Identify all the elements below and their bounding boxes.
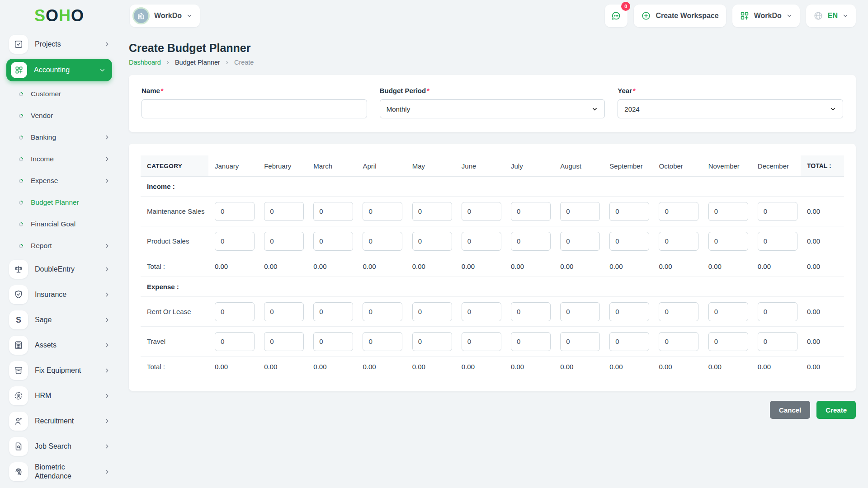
month-value-cell bbox=[702, 332, 751, 351]
rent-or-lease-may-input[interactable] bbox=[412, 302, 452, 321]
sidebar-item-projects[interactable]: Projects bbox=[0, 32, 118, 57]
sidebar-item-sage[interactable]: SSage bbox=[0, 307, 118, 333]
product-sales-july-input[interactable] bbox=[511, 232, 551, 251]
breadcrumb-dashboard[interactable]: Dashboard bbox=[129, 59, 161, 66]
sidebar-item-financial-goal[interactable]: Financial Goal bbox=[0, 213, 118, 235]
travel-may-input[interactable] bbox=[412, 332, 452, 351]
maintenance-sales-december-input[interactable] bbox=[758, 202, 797, 221]
maintenance-sales-may-input[interactable] bbox=[412, 202, 452, 221]
chevron-right-icon bbox=[104, 342, 110, 348]
workspace-switcher[interactable]: WorkDo bbox=[130, 5, 200, 27]
budget-period-select[interactable]: Monthly bbox=[380, 99, 605, 118]
maintenance-sales-february-input[interactable] bbox=[264, 202, 304, 221]
maintenance-sales-january-input[interactable] bbox=[215, 202, 255, 221]
create-workspace-button[interactable]: Create Workspace bbox=[634, 5, 726, 27]
globe-icon bbox=[813, 11, 823, 21]
sidebar-item-report[interactable]: Report bbox=[0, 235, 118, 257]
month-value-cell bbox=[455, 332, 505, 351]
product-sales-february-input[interactable] bbox=[264, 232, 304, 251]
breadcrumb-budget-planner[interactable]: Budget Planner bbox=[175, 59, 220, 66]
month-value-cell bbox=[258, 202, 307, 221]
sidebar-item-doubleentry[interactable]: DoubleEntry bbox=[0, 257, 118, 282]
travel-november-input[interactable] bbox=[708, 332, 748, 351]
travel-february-input[interactable] bbox=[264, 332, 304, 351]
maintenance-sales-september-input[interactable] bbox=[609, 202, 649, 221]
rent-or-lease-january-input[interactable] bbox=[215, 302, 255, 321]
language-selector[interactable]: EN bbox=[806, 5, 856, 27]
maintenance-sales-november-input[interactable] bbox=[708, 202, 748, 221]
chevron-right-icon bbox=[104, 443, 110, 450]
travel-january-input[interactable] bbox=[215, 332, 255, 351]
workdo-menu-button[interactable]: WorkDo bbox=[732, 5, 800, 27]
month-value-cell bbox=[455, 202, 505, 221]
rent-or-lease-july-input[interactable] bbox=[511, 302, 551, 321]
product-sales-september-input[interactable] bbox=[609, 232, 649, 251]
product-sales-april-input[interactable] bbox=[363, 232, 402, 251]
month-value-cell bbox=[652, 232, 702, 251]
month-value-cell bbox=[554, 332, 603, 351]
category-row-label: Travel bbox=[141, 338, 208, 345]
rent-or-lease-november-input[interactable] bbox=[708, 302, 748, 321]
rent-or-lease-october-input[interactable] bbox=[659, 302, 698, 321]
sidebar-item-assets[interactable]: Assets bbox=[0, 333, 118, 358]
sidebar-item-accounting[interactable]: Accounting bbox=[6, 59, 112, 81]
travel-october-input[interactable] bbox=[659, 332, 698, 351]
month-total-value: 0.00 bbox=[208, 363, 258, 371]
travel-july-input[interactable] bbox=[511, 332, 551, 351]
travel-april-input[interactable] bbox=[363, 332, 402, 351]
sidebar-item-banking[interactable]: Banking bbox=[0, 127, 118, 148]
sidebar-item-customer[interactable]: Customer bbox=[0, 83, 118, 105]
maintenance-sales-august-input[interactable] bbox=[560, 202, 600, 221]
product-sales-december-input[interactable] bbox=[758, 232, 797, 251]
product-sales-january-input[interactable] bbox=[215, 232, 255, 251]
sidebar-item-insurance[interactable]: Insurance bbox=[0, 282, 118, 307]
rent-or-lease-march-input[interactable] bbox=[313, 302, 353, 321]
travel-september-input[interactable] bbox=[609, 332, 649, 351]
year-select[interactable]: 2024 bbox=[618, 99, 843, 118]
budget-table: CATEGORYJanuaryFebruaryMarchAprilMayJune… bbox=[129, 144, 856, 391]
chevron-right-icon bbox=[165, 60, 170, 65]
travel-august-input[interactable] bbox=[560, 332, 600, 351]
cancel-button[interactable]: Cancel bbox=[770, 401, 810, 419]
name-input[interactable] bbox=[142, 99, 367, 118]
rent-or-lease-april-input[interactable] bbox=[363, 302, 402, 321]
product-sales-august-input[interactable] bbox=[560, 232, 600, 251]
maintenance-sales-march-input[interactable] bbox=[313, 202, 353, 221]
sidebar-item-expense[interactable]: Expense bbox=[0, 170, 118, 192]
rent-or-lease-june-input[interactable] bbox=[462, 302, 501, 321]
rent-or-lease-december-input[interactable] bbox=[758, 302, 797, 321]
maintenance-sales-april-input[interactable] bbox=[363, 202, 402, 221]
product-sales-october-input[interactable] bbox=[659, 232, 698, 251]
maintenance-sales-july-input[interactable] bbox=[511, 202, 551, 221]
maintenance-sales-october-input[interactable] bbox=[659, 202, 698, 221]
sidebar-item-income[interactable]: Income bbox=[0, 148, 118, 170]
brand-logo[interactable]: SOHO bbox=[0, 6, 118, 25]
sidebar-item-biometric-attendance[interactable]: Biometric Attendance bbox=[0, 459, 118, 484]
category-column-header: CATEGORY bbox=[141, 155, 208, 176]
maintenance-sales-june-input[interactable] bbox=[462, 202, 501, 221]
chevron-down-icon bbox=[591, 106, 598, 113]
modules-icon bbox=[11, 62, 27, 78]
product-sales-june-input[interactable] bbox=[462, 232, 501, 251]
sidebar-item-recruitment[interactable]: Recruitment bbox=[0, 408, 118, 434]
month-value-cell bbox=[307, 202, 356, 221]
sidebar-item-label: Budget Planner bbox=[31, 198, 79, 206]
chevron-right-icon bbox=[104, 41, 110, 47]
product-sales-march-input[interactable] bbox=[313, 232, 353, 251]
travel-march-input[interactable] bbox=[313, 332, 353, 351]
travel-june-input[interactable] bbox=[462, 332, 501, 351]
sidebar-item-vendor[interactable]: Vendor bbox=[0, 105, 118, 127]
rent-or-lease-august-input[interactable] bbox=[560, 302, 600, 321]
create-button[interactable]: Create bbox=[816, 401, 856, 419]
rent-or-lease-september-input[interactable] bbox=[609, 302, 649, 321]
sidebar-item-budget-planner[interactable]: Budget Planner bbox=[0, 192, 118, 213]
rent-or-lease-february-input[interactable] bbox=[264, 302, 304, 321]
month-value-cell bbox=[455, 232, 505, 251]
travel-december-input[interactable] bbox=[758, 332, 797, 351]
sidebar-item-job-search[interactable]: Job Search bbox=[0, 434, 118, 459]
sidebar-item-hrm[interactable]: HRM bbox=[0, 383, 118, 408]
product-sales-may-input[interactable] bbox=[412, 232, 452, 251]
messages-button[interactable]: 0 bbox=[605, 5, 627, 27]
product-sales-november-input[interactable] bbox=[708, 232, 748, 251]
sidebar-item-fix-equipment[interactable]: Fix Equipment bbox=[0, 358, 118, 383]
